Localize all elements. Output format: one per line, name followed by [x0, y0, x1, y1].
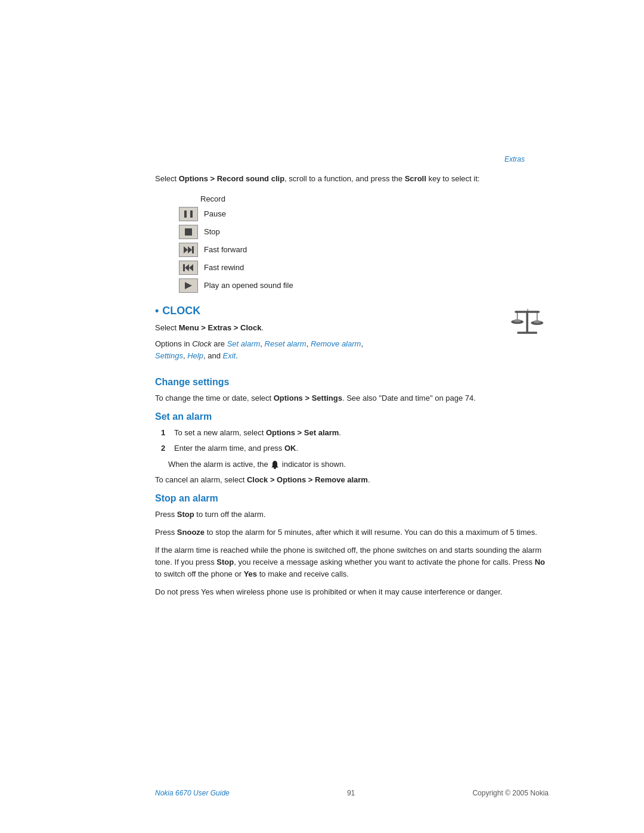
content-area: Extras Select Options > Record sound cli…: [0, 0, 644, 652]
extras-label: Extras: [155, 155, 549, 163]
svg-rect-10: [526, 311, 528, 333]
change-settings-heading: Change settings: [155, 377, 549, 388]
clock-scales-icon: [507, 305, 549, 340]
svg-rect-11: [518, 332, 537, 334]
link-set-alarm[interactable]: Set alarm: [227, 339, 261, 348]
clock-options-text: Options in Clock are Set alarm, Reset al…: [155, 338, 495, 361]
bullet: •: [155, 305, 159, 317]
fastrewind-icon: [179, 261, 198, 275]
svg-marker-3: [184, 246, 188, 253]
stop-icon: [179, 225, 198, 239]
pause-icon: [179, 207, 198, 221]
record-item: Record: [200, 194, 549, 203]
svg-rect-1: [190, 210, 193, 218]
clock-select-end: .: [261, 323, 264, 332]
stop-alarm-para1: Press Stop to turn off the alarm.: [155, 509, 549, 521]
svg-marker-4: [188, 246, 192, 253]
set-alarm-item-1: 1 To set a new alarm, select Options > S…: [161, 427, 549, 439]
change-settings-text1: To change the time or date, select: [155, 394, 274, 402]
cancel-alarm-para: To cancel an alarm, select Clock > Optio…: [155, 474, 549, 486]
svg-rect-2: [185, 228, 192, 236]
link-help[interactable]: Help: [187, 351, 203, 360]
svg-marker-9: [185, 282, 192, 289]
pause-item: Pause: [179, 207, 549, 221]
stop-item: Stop: [179, 225, 549, 239]
icon-list: Record Pause Stop: [179, 194, 549, 293]
intro-bold-2: Scroll: [405, 174, 426, 183]
footer: Nokia 6670 User Guide 91 Copyright © 200…: [0, 789, 644, 797]
clock-heading: •CLOCK: [155, 305, 495, 317]
alarm-bell-icon: [270, 460, 280, 470]
svg-point-18: [513, 319, 521, 322]
item-2-text: Enter the alarm time, and press OK.: [174, 442, 298, 454]
clock-title-text: CLOCK: [162, 305, 200, 317]
change-settings-text2: . See also "Date and time" on page 74.: [342, 394, 476, 402]
alarm-indicator-note: When the alarm is active, the indicator …: [168, 459, 549, 470]
pause-label: Pause: [204, 209, 226, 218]
play-label: Play an opened sound file: [204, 281, 293, 290]
fastforward-label: Fast forward: [204, 245, 247, 254]
change-settings-para: To change the time or date, select Optio…: [155, 392, 549, 404]
clock-select-prefix: Select: [155, 323, 179, 332]
fastforward-icon: [179, 243, 198, 257]
intro-bold-1: Options > Record sound clip: [179, 174, 284, 183]
item-1-text: To set a new alarm, select Options > Set…: [174, 427, 341, 439]
link-settings[interactable]: Settings: [155, 351, 183, 360]
svg-point-20: [274, 467, 276, 469]
fastrewind-item: Fast rewind: [179, 261, 549, 275]
intro-text-3: key to select it:: [426, 174, 480, 183]
clock-select-text: Select Menu > Extras > Clock.: [155, 322, 495, 334]
stop-alarm-para3: If the alarm time is reached while the p…: [155, 544, 549, 580]
svg-rect-5: [192, 246, 194, 253]
intro-paragraph: Select Options > Record sound clip, scro…: [155, 173, 549, 185]
clock-section: •CLOCK Select Menu > Extras > Clock. Opt…: [155, 305, 549, 366]
play-item: Play an opened sound file: [179, 278, 549, 293]
set-alarm-list: 1 To set a new alarm, select Options > S…: [161, 427, 549, 454]
stop-alarm-para2: Press Snooze to stop the alarm for 5 min…: [155, 527, 549, 538]
clock-title-area: •CLOCK Select Menu > Extras > Clock. Opt…: [155, 305, 495, 366]
footer-page-number: 91: [347, 789, 355, 797]
change-settings-bold: Options > Settings: [274, 394, 342, 402]
stop-alarm-para4: Do not press Yes when wireless phone use…: [155, 586, 549, 598]
fastforward-item: Fast forward: [179, 243, 549, 257]
svg-point-21: [274, 460, 275, 462]
fastrewind-label: Fast rewind: [204, 263, 244, 272]
intro-text-1: Select: [155, 174, 179, 183]
stop-label: Stop: [204, 227, 220, 236]
set-alarm-item-2: 2 Enter the alarm time, and press OK.: [161, 442, 549, 454]
link-remove-alarm[interactable]: Remove alarm: [311, 339, 361, 348]
link-reset-alarm[interactable]: Reset alarm: [265, 339, 306, 348]
clock-header: •CLOCK Select Menu > Extras > Clock. Opt…: [155, 305, 549, 366]
footer-right: Copyright © 2005 Nokia: [472, 789, 549, 797]
intro-text-2: , scroll to a function, and press the: [284, 174, 405, 183]
item-1-num: 1: [161, 427, 168, 439]
page-container: Extras Select Options > Record sound cli…: [0, 0, 644, 833]
svg-rect-0: [184, 210, 187, 218]
svg-point-19: [534, 320, 541, 323]
footer-left: Nokia 6670 User Guide: [155, 789, 230, 797]
play-icon: [179, 278, 198, 293]
svg-rect-12: [515, 311, 540, 313]
svg-rect-8: [183, 264, 185, 271]
svg-marker-7: [185, 264, 189, 271]
svg-marker-6: [189, 264, 193, 271]
set-alarm-heading: Set an alarm: [155, 411, 549, 422]
clock-select-bold: Menu > Extras > Clock: [179, 323, 262, 332]
stop-alarm-heading: Stop an alarm: [155, 493, 549, 504]
link-exit[interactable]: Exit: [223, 351, 236, 360]
svg-marker-17: [527, 308, 528, 310]
item-2-num: 2: [161, 442, 168, 454]
